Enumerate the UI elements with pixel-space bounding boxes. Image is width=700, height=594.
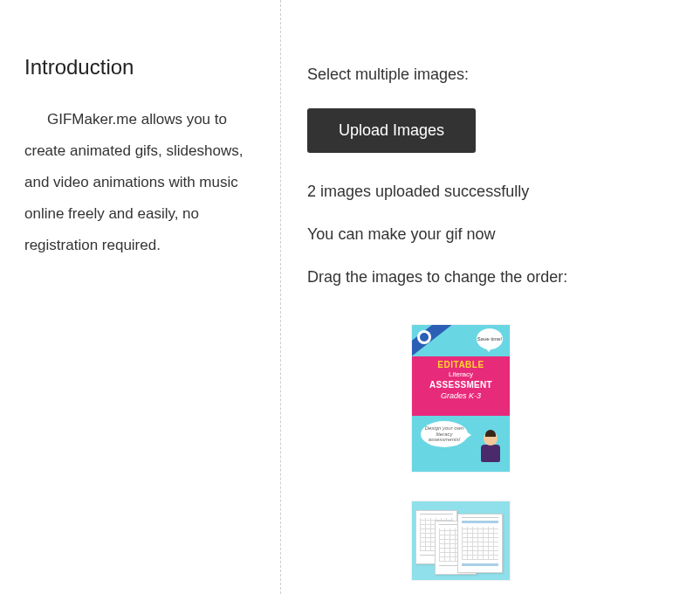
document-icon xyxy=(457,514,503,573)
speech-bubble-icon: Save time! xyxy=(477,328,503,349)
upload-images-button[interactable]: Upload Images xyxy=(307,108,476,153)
thumbnail-list: Save time! EDITABLE Literacy ASSESSMENT … xyxy=(307,325,614,580)
sidebar-intro: Introduction GIFMaker.me allows you to c… xyxy=(0,0,281,594)
thumb-line: Grades K-3 xyxy=(412,391,510,400)
intro-heading: Introduction xyxy=(24,55,256,79)
app-root: Introduction GIFMaker.me allows you to c… xyxy=(0,0,700,594)
upload-status-count: 2 images uploaded successfully xyxy=(307,183,674,201)
upload-status-ready: You can make your gif now xyxy=(307,225,674,244)
thumbnail-item[interactable]: Save time! EDITABLE Literacy ASSESSMENT … xyxy=(412,325,510,472)
logo-icon xyxy=(417,330,431,344)
thumbnail-item[interactable] xyxy=(412,501,510,580)
person-icon xyxy=(478,432,503,465)
thumb-line: ASSESSMENT xyxy=(412,380,510,390)
thumb-line: EDITABLE xyxy=(412,360,510,370)
select-images-label: Select multiple images: xyxy=(307,66,674,84)
thumb-line: Literacy xyxy=(412,370,510,378)
speech-bubble-icon: Design your own literacy assessments! xyxy=(421,421,468,447)
intro-paragraph: GIFMaker.me allows you to create animate… xyxy=(24,104,256,261)
drag-reorder-label: Drag the images to change the order: xyxy=(307,268,674,287)
main-panel: Select multiple images: Upload Images 2 … xyxy=(281,0,700,594)
thumbnail-caption: EDITABLE Literacy ASSESSMENT Grades K-3 xyxy=(412,356,510,416)
